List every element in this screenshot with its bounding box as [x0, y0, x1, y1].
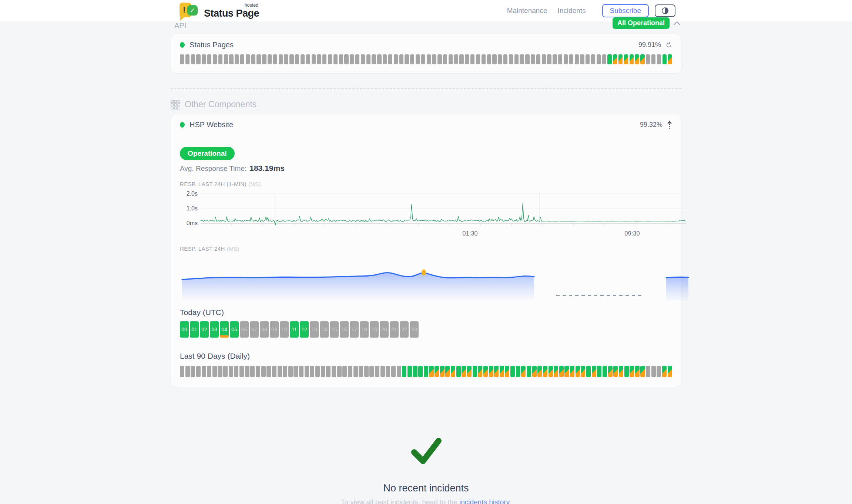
uptime-bar[interactable]	[223, 366, 228, 377]
uptime-bar[interactable]	[315, 366, 320, 377]
uptime-bar[interactable]	[646, 54, 650, 64]
uptime-bar[interactable]	[295, 54, 299, 64]
uptime-bar[interactable]	[663, 54, 667, 64]
uptime-bar[interactable]	[256, 54, 261, 64]
uptime-bar[interactable]	[427, 54, 431, 64]
uptime-bar[interactable]	[293, 366, 298, 377]
hour-block-15[interactable]: 15	[330, 321, 339, 338]
uptime-bar[interactable]	[235, 54, 239, 64]
uptime-bar[interactable]	[397, 366, 401, 377]
hour-block-18[interactable]: 18	[360, 321, 369, 338]
uptime-bar[interactable]	[333, 54, 338, 64]
uptime-bar[interactable]	[520, 54, 524, 64]
uptime-bar[interactable]	[651, 54, 655, 64]
uptime-bar[interactable]	[651, 366, 656, 377]
uptime-bar[interactable]	[332, 366, 336, 377]
hour-block-10[interactable]: 10	[280, 321, 289, 338]
uptime-bar[interactable]	[388, 54, 392, 64]
hour-block-14[interactable]: 14	[320, 321, 329, 338]
uptime-bar[interactable]	[668, 366, 672, 377]
uptime-bar[interactable]	[424, 366, 428, 377]
uptime-bar[interactable]	[317, 54, 321, 64]
uptime-bar[interactable]	[348, 366, 352, 377]
uptime-bar[interactable]	[483, 366, 488, 377]
hour-block-23[interactable]: 23	[410, 321, 419, 338]
uptime-bar[interactable]	[202, 54, 206, 64]
uptime-bar[interactable]	[630, 54, 634, 64]
uptime-bar[interactable]	[576, 366, 580, 377]
uptime-bar[interactable]	[570, 366, 574, 377]
hour-block-08[interactable]: 08	[260, 321, 269, 338]
uptime-bar[interactable]	[386, 366, 390, 377]
uptime-bar[interactable]	[456, 366, 461, 377]
uptime-bar[interactable]	[482, 54, 486, 64]
uptime-bar[interactable]	[531, 54, 535, 64]
nav-incidents[interactable]: Incidents	[557, 7, 586, 15]
uptime-bar[interactable]	[537, 366, 542, 377]
uptime-bar[interactable]	[306, 54, 310, 64]
uptime-bar[interactable]	[410, 54, 414, 64]
uptime-bar[interactable]	[580, 54, 584, 64]
uptime-bar[interactable]	[532, 366, 537, 377]
uptime-bar[interactable]	[429, 366, 433, 377]
uptime-bar[interactable]	[592, 366, 596, 377]
uptime-bar[interactable]	[245, 366, 249, 377]
uptime-bar[interactable]	[432, 54, 436, 64]
uptime-bar[interactable]	[218, 366, 222, 377]
hour-block-16[interactable]: 16	[340, 321, 349, 338]
uptime-bar[interactable]	[473, 366, 477, 377]
uptime-bar[interactable]	[350, 54, 354, 64]
uptime-bar[interactable]	[207, 54, 211, 64]
uptime-bar[interactable]	[391, 366, 396, 377]
uptime-bar[interactable]	[549, 366, 553, 377]
uptime-bar[interactable]	[229, 54, 233, 64]
uptime-bar[interactable]	[489, 366, 493, 377]
uptime-bar[interactable]	[435, 366, 439, 377]
uptime-bar[interactable]	[185, 366, 190, 377]
incidents-history-link[interactable]: incidents history	[459, 498, 509, 504]
hour-block-05[interactable]: 05	[230, 321, 239, 338]
subscribe-button[interactable]: Subscribe	[602, 4, 649, 17]
uptime-bar[interactable]	[399, 54, 403, 64]
uptime-bar[interactable]	[635, 366, 640, 377]
uptime-bar[interactable]	[575, 54, 579, 64]
uptime-bar[interactable]	[624, 366, 629, 377]
uptime-bar[interactable]	[618, 54, 623, 64]
uptime-bar[interactable]	[597, 366, 601, 377]
uptime-bar[interactable]	[510, 366, 515, 377]
uptime-bar[interactable]	[547, 54, 551, 64]
uptime-bar[interactable]	[355, 54, 359, 64]
uptime-bar[interactable]	[256, 366, 260, 377]
uptime-bar[interactable]	[467, 366, 472, 377]
uptime-bar[interactable]	[449, 54, 453, 64]
uptime-bar[interactable]	[288, 366, 293, 377]
uptime-bar[interactable]	[437, 54, 442, 64]
uptime-bar[interactable]	[553, 54, 557, 64]
uptime-bar[interactable]	[312, 54, 316, 64]
uptime-bar[interactable]	[251, 54, 255, 64]
uptime-bar[interactable]	[500, 366, 504, 377]
uptime-bar[interactable]	[359, 366, 363, 377]
uptime-bar[interactable]	[310, 366, 314, 377]
uptime-bar[interactable]	[344, 54, 348, 64]
uptime-bar[interactable]	[272, 366, 276, 377]
uptime-bar[interactable]	[372, 54, 376, 64]
uptime-bar[interactable]	[250, 366, 255, 377]
uptime-bar[interactable]	[185, 54, 189, 64]
uptime-bar[interactable]	[353, 366, 358, 377]
uptime-bar[interactable]	[559, 366, 564, 377]
uptime-bar[interactable]	[180, 54, 184, 64]
uptime-bar[interactable]	[407, 366, 412, 377]
uptime-bar[interactable]	[657, 366, 661, 377]
uptime-bar[interactable]	[505, 366, 509, 377]
uptime-bar[interactable]	[613, 54, 617, 64]
hour-block-07[interactable]: 07	[250, 321, 259, 338]
uptime-bar[interactable]	[369, 366, 374, 377]
uptime-bar[interactable]	[564, 54, 568, 64]
chevron-up-icon[interactable]	[673, 21, 681, 26]
uptime-bar[interactable]	[377, 54, 381, 64]
uptime-bar[interactable]	[337, 366, 342, 377]
uptime-bar[interactable]	[624, 54, 628, 64]
uptime-bar[interactable]	[459, 54, 463, 64]
uptime-bar[interactable]	[394, 54, 398, 64]
